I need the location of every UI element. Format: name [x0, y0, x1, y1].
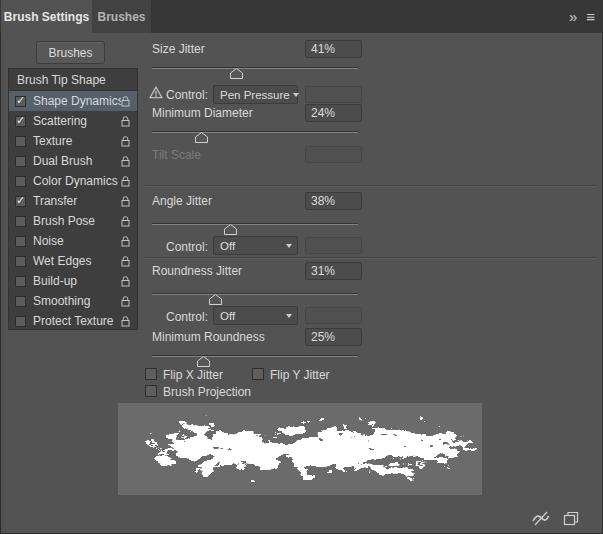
- option-checkbox[interactable]: [15, 96, 26, 107]
- section-divider: [145, 257, 597, 258]
- slider-track: [152, 131, 358, 132]
- lock-icon[interactable]: [121, 276, 130, 287]
- lock-icon[interactable]: [121, 116, 130, 127]
- minimum-roundness-value[interactable]: 25%: [305, 328, 362, 346]
- slider-track: [152, 355, 358, 356]
- roundness-control-disabled-field: [305, 307, 362, 324]
- brush-option-row[interactable]: Protect Texture: [9, 311, 137, 331]
- slider-thumb[interactable]: [230, 65, 243, 76]
- lock-icon[interactable]: [121, 96, 130, 107]
- size-control-label: Control:: [145, 88, 208, 102]
- slider-track: [152, 223, 358, 224]
- lock-icon[interactable]: [121, 316, 130, 327]
- slider-track: [152, 293, 358, 294]
- option-checkbox[interactable]: [15, 156, 26, 167]
- panel-menu-icon[interactable]: ≡: [586, 9, 595, 24]
- brushes-button[interactable]: Brushes: [36, 41, 105, 64]
- brush-option-row[interactable]: Transfer: [9, 191, 137, 211]
- option-checkbox[interactable]: [15, 136, 26, 147]
- roundness-jitter-value[interactable]: 31%: [305, 262, 362, 280]
- brush-option-row[interactable]: Noise: [9, 231, 137, 251]
- option-checkbox[interactable]: [15, 196, 26, 207]
- option-checkbox[interactable]: [15, 116, 26, 127]
- panel-footer: [530, 511, 579, 526]
- brush-option-row[interactable]: Shape Dynamics: [9, 91, 137, 111]
- brush-option-row[interactable]: Build-up: [9, 271, 137, 291]
- lock-icon[interactable]: [121, 136, 130, 147]
- brush-option-row[interactable]: Color Dynamics: [9, 171, 137, 191]
- dropdown-value: Off: [220, 310, 235, 322]
- angle-control-disabled-field: [305, 237, 362, 254]
- dropdown-value: Pen Pressure: [220, 89, 290, 101]
- option-checkbox[interactable]: [15, 316, 26, 327]
- lock-icon[interactable]: [121, 236, 130, 247]
- minimum-roundness-label: Minimum Roundness: [152, 330, 265, 344]
- angle-jitter-label: Angle Jitter: [152, 194, 212, 208]
- minimum-diameter-value[interactable]: 24%: [305, 104, 362, 122]
- roundness-jitter-label: Roundness Jitter: [152, 264, 242, 278]
- size-control-dropdown[interactable]: Pen Pressure: [213, 85, 298, 104]
- brush-option-row[interactable]: Scattering: [9, 111, 137, 131]
- flip-y-jitter-checkbox[interactable]: [252, 368, 264, 380]
- chevron-down-icon: [293, 93, 299, 97]
- brush-option-row[interactable]: Smoothing: [9, 291, 137, 311]
- lock-icon[interactable]: [121, 176, 130, 187]
- brush-stroke-preview: [118, 403, 482, 495]
- tab-brush-settings[interactable]: Brush Settings: [1, 0, 92, 33]
- chevron-down-icon: [286, 244, 292, 248]
- brush-projection-label: Brush Projection: [163, 385, 251, 399]
- option-checkbox[interactable]: [15, 256, 26, 267]
- roundness-control-label: Control:: [145, 310, 208, 324]
- option-label: Brush Pose: [33, 214, 121, 228]
- tab-label: Brushes: [97, 10, 145, 24]
- slider-thumb[interactable]: [209, 291, 222, 302]
- dropdown-value: Off: [220, 240, 235, 252]
- slider-thumb[interactable]: [195, 129, 208, 140]
- option-label: Texture: [33, 134, 121, 148]
- option-checkbox[interactable]: [15, 236, 26, 247]
- section-divider: [145, 185, 597, 186]
- slider-thumb[interactable]: [224, 221, 237, 232]
- minimum-roundness-slider[interactable]: [152, 350, 358, 366]
- lock-icon[interactable]: [121, 196, 130, 207]
- option-checkbox[interactable]: [15, 296, 26, 307]
- option-checkbox[interactable]: [15, 216, 26, 227]
- brush-option-row[interactable]: Wet Edges: [9, 251, 137, 271]
- roundness-jitter-slider[interactable]: [152, 288, 358, 304]
- collapse-panel-icon[interactable]: »: [569, 9, 576, 24]
- flip-x-jitter-label: Flip X Jitter: [163, 368, 223, 382]
- brush-settings-panel: Brush Settings Brushes » ≡ Brushes Brush…: [0, 0, 603, 534]
- chevron-down-icon: [286, 314, 292, 318]
- tab-brushes[interactable]: Brushes: [92, 0, 152, 33]
- brush-option-row[interactable]: Dual Brush: [9, 151, 137, 171]
- option-label: Smoothing: [33, 294, 121, 308]
- brush-tip-shape-item[interactable]: Brush Tip Shape: [9, 69, 137, 91]
- option-label: Protect Texture: [33, 314, 121, 328]
- brush-option-row[interactable]: Texture: [9, 131, 137, 151]
- create-new-brush-icon[interactable]: [563, 511, 579, 526]
- brush-projection-checkbox[interactable]: [145, 385, 157, 397]
- lock-icon[interactable]: [121, 296, 130, 307]
- option-label: Shape Dynamics: [33, 94, 121, 108]
- option-label: Dual Brush: [33, 154, 121, 168]
- angle-control-dropdown[interactable]: Off: [213, 236, 298, 255]
- brush-option-row[interactable]: Brush Pose: [9, 211, 137, 231]
- lock-icon[interactable]: [121, 156, 130, 167]
- option-checkbox[interactable]: [15, 276, 26, 287]
- size-jitter-label: Size Jitter: [152, 42, 205, 56]
- lock-icon[interactable]: [121, 216, 130, 227]
- live-tip-brush-preview-icon[interactable]: [530, 511, 551, 526]
- size-control-disabled-field: [305, 86, 362, 103]
- minimum-diameter-slider[interactable]: [152, 126, 358, 142]
- option-label: Transfer: [33, 194, 121, 208]
- size-jitter-slider[interactable]: [152, 62, 358, 78]
- angle-jitter-slider[interactable]: [152, 218, 358, 234]
- tilt-scale-disabled-field: [305, 146, 362, 163]
- slider-thumb[interactable]: [197, 353, 210, 364]
- roundness-control-dropdown[interactable]: Off: [213, 306, 298, 325]
- angle-jitter-value[interactable]: 38%: [305, 192, 362, 210]
- flip-x-jitter-checkbox[interactable]: [145, 368, 157, 380]
- option-checkbox[interactable]: [15, 176, 26, 187]
- lock-icon[interactable]: [121, 256, 130, 267]
- size-jitter-value[interactable]: 41%: [305, 40, 362, 58]
